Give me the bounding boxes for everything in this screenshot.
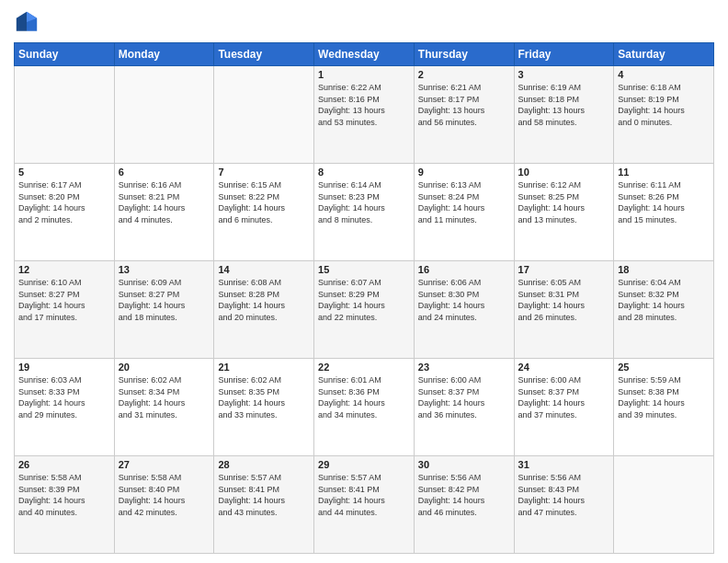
calendar-cell: 14Sunrise: 6:08 AMSunset: 8:28 PMDayligh… <box>214 261 314 359</box>
day-info: Sunrise: 6:06 AMSunset: 8:30 PMDaylight:… <box>418 277 510 323</box>
calendar-header-saturday: Saturday <box>614 43 714 66</box>
day-number: 31 <box>518 459 610 470</box>
day-info: Sunrise: 6:22 AMSunset: 8:16 PMDaylight:… <box>318 82 410 128</box>
day-info: Sunrise: 6:21 AMSunset: 8:17 PMDaylight:… <box>418 82 510 128</box>
calendar-cell: 31Sunrise: 5:56 AMSunset: 8:43 PMDayligh… <box>514 456 614 554</box>
calendar-cell: 2Sunrise: 6:21 AMSunset: 8:17 PMDaylight… <box>414 66 514 164</box>
calendar-cell: 7Sunrise: 6:15 AMSunset: 8:22 PMDaylight… <box>214 164 314 261</box>
day-number: 15 <box>318 264 410 275</box>
day-number: 25 <box>618 362 710 373</box>
calendar-cell: 25Sunrise: 5:59 AMSunset: 8:38 PMDayligh… <box>614 359 714 456</box>
day-info: Sunrise: 6:04 AMSunset: 8:32 PMDaylight:… <box>618 277 710 323</box>
calendar-cell <box>114 66 214 164</box>
calendar-header-row: SundayMondayTuesdayWednesdayThursdayFrid… <box>15 43 714 66</box>
day-info: Sunrise: 6:01 AMSunset: 8:36 PMDaylight:… <box>318 374 410 420</box>
day-number: 4 <box>618 69 710 80</box>
calendar-cell: 8Sunrise: 6:14 AMSunset: 8:23 PMDaylight… <box>314 164 415 261</box>
calendar-cell: 16Sunrise: 6:06 AMSunset: 8:30 PMDayligh… <box>414 261 514 359</box>
day-number: 29 <box>318 459 410 470</box>
day-number: 7 <box>218 167 310 178</box>
day-info: Sunrise: 6:03 AMSunset: 8:33 PMDaylight:… <box>18 374 110 420</box>
day-number: 18 <box>618 264 710 275</box>
calendar-week-0: 1Sunrise: 6:22 AMSunset: 8:16 PMDaylight… <box>15 66 714 164</box>
calendar-cell: 11Sunrise: 6:11 AMSunset: 8:26 PMDayligh… <box>614 164 714 261</box>
day-info: Sunrise: 5:57 AMSunset: 8:41 PMDaylight:… <box>218 472 310 518</box>
calendar-cell: 6Sunrise: 6:16 AMSunset: 8:21 PMDaylight… <box>114 164 214 261</box>
calendar-week-3: 19Sunrise: 6:03 AMSunset: 8:33 PMDayligh… <box>15 359 714 456</box>
day-info: Sunrise: 5:56 AMSunset: 8:43 PMDaylight:… <box>518 472 610 518</box>
day-number: 28 <box>218 459 310 470</box>
calendar-cell: 24Sunrise: 6:00 AMSunset: 8:37 PMDayligh… <box>514 359 614 456</box>
calendar-header-friday: Friday <box>514 43 614 66</box>
day-info: Sunrise: 5:58 AMSunset: 8:39 PMDaylight:… <box>18 472 110 518</box>
day-number: 11 <box>618 167 710 178</box>
day-info: Sunrise: 6:17 AMSunset: 8:20 PMDaylight:… <box>18 179 110 225</box>
day-info: Sunrise: 6:09 AMSunset: 8:27 PMDaylight:… <box>119 277 210 323</box>
day-number: 17 <box>518 264 610 275</box>
day-info: Sunrise: 6:10 AMSunset: 8:27 PMDaylight:… <box>18 277 110 323</box>
calendar-cell: 22Sunrise: 6:01 AMSunset: 8:36 PMDayligh… <box>314 359 415 456</box>
calendar-cell: 29Sunrise: 5:57 AMSunset: 8:41 PMDayligh… <box>314 456 415 554</box>
calendar-header-tuesday: Tuesday <box>214 43 314 66</box>
header <box>14 9 714 35</box>
day-number: 30 <box>418 459 510 470</box>
day-info: Sunrise: 6:13 AMSunset: 8:24 PMDaylight:… <box>418 179 510 225</box>
day-info: Sunrise: 6:00 AMSunset: 8:37 PMDaylight:… <box>418 374 510 420</box>
calendar-week-1: 5Sunrise: 6:17 AMSunset: 8:20 PMDaylight… <box>15 164 714 261</box>
calendar-week-4: 26Sunrise: 5:58 AMSunset: 8:39 PMDayligh… <box>15 456 714 554</box>
day-number: 6 <box>119 167 210 178</box>
calendar-cell: 23Sunrise: 6:00 AMSunset: 8:37 PMDayligh… <box>414 359 514 456</box>
day-number: 14 <box>218 264 310 275</box>
day-info: Sunrise: 6:11 AMSunset: 8:26 PMDaylight:… <box>618 179 710 225</box>
day-info: Sunrise: 6:02 AMSunset: 8:35 PMDaylight:… <box>218 374 310 420</box>
day-number: 19 <box>18 362 110 373</box>
day-number: 27 <box>119 459 210 470</box>
day-number: 22 <box>318 362 410 373</box>
page: SundayMondayTuesdayWednesdayThursdayFrid… <box>0 0 728 563</box>
calendar-cell: 9Sunrise: 6:13 AMSunset: 8:24 PMDaylight… <box>414 164 514 261</box>
calendar-header-sunday: Sunday <box>15 43 115 66</box>
day-number: 10 <box>518 167 610 178</box>
calendar-cell: 5Sunrise: 6:17 AMSunset: 8:20 PMDaylight… <box>15 164 115 261</box>
calendar-cell: 10Sunrise: 6:12 AMSunset: 8:25 PMDayligh… <box>514 164 614 261</box>
day-info: Sunrise: 6:18 AMSunset: 8:19 PMDaylight:… <box>618 82 710 128</box>
day-info: Sunrise: 6:07 AMSunset: 8:29 PMDaylight:… <box>318 277 410 323</box>
calendar-cell: 21Sunrise: 6:02 AMSunset: 8:35 PMDayligh… <box>214 359 314 456</box>
calendar-cell: 3Sunrise: 6:19 AMSunset: 8:18 PMDaylight… <box>514 66 614 164</box>
calendar-cell: 12Sunrise: 6:10 AMSunset: 8:27 PMDayligh… <box>15 261 115 359</box>
calendar-header-monday: Monday <box>114 43 214 66</box>
day-number: 20 <box>119 362 210 373</box>
day-info: Sunrise: 6:16 AMSunset: 8:21 PMDaylight:… <box>119 179 210 225</box>
day-info: Sunrise: 6:14 AMSunset: 8:23 PMDaylight:… <box>318 179 410 225</box>
day-info: Sunrise: 5:57 AMSunset: 8:41 PMDaylight:… <box>318 472 410 518</box>
day-info: Sunrise: 5:56 AMSunset: 8:42 PMDaylight:… <box>418 472 510 518</box>
day-number: 24 <box>518 362 610 373</box>
calendar-cell: 27Sunrise: 5:58 AMSunset: 8:40 PMDayligh… <box>114 456 214 554</box>
day-info: Sunrise: 6:05 AMSunset: 8:31 PMDaylight:… <box>518 277 610 323</box>
day-number: 13 <box>119 264 210 275</box>
calendar-cell: 20Sunrise: 6:02 AMSunset: 8:34 PMDayligh… <box>114 359 214 456</box>
day-info: Sunrise: 6:02 AMSunset: 8:34 PMDaylight:… <box>119 374 210 420</box>
day-number: 2 <box>418 69 510 80</box>
calendar-header-thursday: Thursday <box>414 43 514 66</box>
calendar-cell: 1Sunrise: 6:22 AMSunset: 8:16 PMDaylight… <box>314 66 415 164</box>
day-info: Sunrise: 6:08 AMSunset: 8:28 PMDaylight:… <box>218 277 310 323</box>
day-info: Sunrise: 5:59 AMSunset: 8:38 PMDaylight:… <box>618 374 710 420</box>
calendar-cell: 19Sunrise: 6:03 AMSunset: 8:33 PMDayligh… <box>15 359 115 456</box>
day-number: 16 <box>418 264 510 275</box>
day-info: Sunrise: 6:00 AMSunset: 8:37 PMDaylight:… <box>518 374 610 420</box>
calendar-cell: 18Sunrise: 6:04 AMSunset: 8:32 PMDayligh… <box>614 261 714 359</box>
calendar-cell: 26Sunrise: 5:58 AMSunset: 8:39 PMDayligh… <box>15 456 115 554</box>
day-number: 26 <box>18 459 110 470</box>
calendar-cell <box>15 66 115 164</box>
day-number: 1 <box>318 69 410 80</box>
day-info: Sunrise: 6:15 AMSunset: 8:22 PMDaylight:… <box>218 179 310 225</box>
calendar-cell: 17Sunrise: 6:05 AMSunset: 8:31 PMDayligh… <box>514 261 614 359</box>
day-number: 8 <box>318 167 410 178</box>
calendar-cell <box>614 456 714 554</box>
logo-icon <box>14 9 40 35</box>
calendar-cell: 30Sunrise: 5:56 AMSunset: 8:42 PMDayligh… <box>414 456 514 554</box>
day-info: Sunrise: 5:58 AMSunset: 8:40 PMDaylight:… <box>119 472 210 518</box>
calendar-table: SundayMondayTuesdayWednesdayThursdayFrid… <box>14 42 714 554</box>
day-number: 5 <box>18 167 110 178</box>
